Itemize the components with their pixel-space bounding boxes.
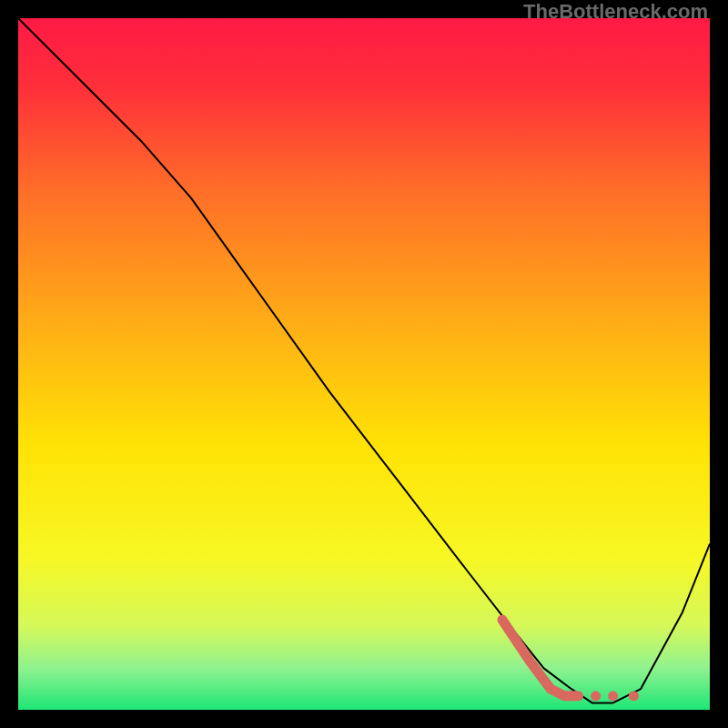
highlight-dot	[591, 691, 601, 701]
chart-frame	[18, 18, 710, 710]
bottleneck-chart	[18, 18, 710, 710]
dots-layer	[591, 691, 639, 701]
highlight-dot	[608, 691, 618, 701]
watermark-text: TheBottleneck.com	[523, 0, 708, 24]
highlight-dot	[629, 691, 639, 701]
